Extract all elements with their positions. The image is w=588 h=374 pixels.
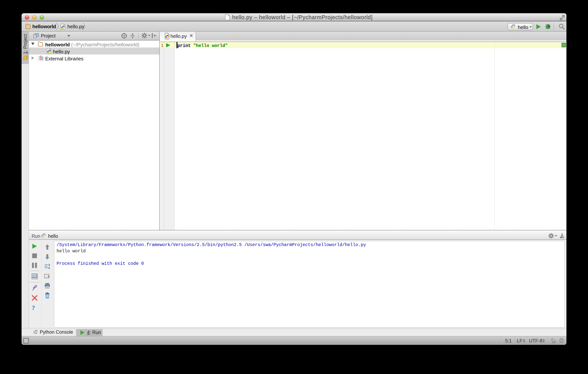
svg-text:T: T xyxy=(553,341,555,343)
